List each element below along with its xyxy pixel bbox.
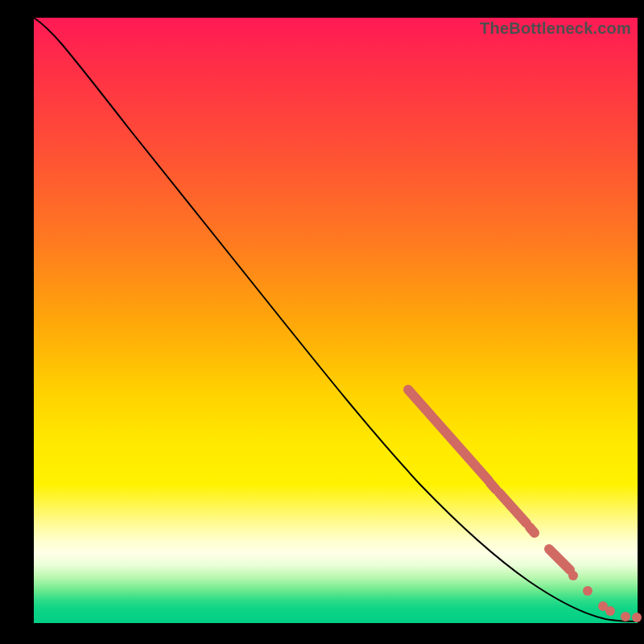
highlight-segments (408, 390, 570, 570)
highlight-dot-6 (632, 613, 642, 622)
highlight-seg-3 (499, 493, 526, 523)
bottleneck-curve (34, 18, 638, 621)
highlight-seg-2 (490, 483, 496, 489)
plot-area: TheBottleneck.com (34, 18, 638, 623)
highlight-dot-4 (605, 606, 615, 616)
curve-layer (34, 18, 638, 623)
highlight-dot-1 (568, 571, 578, 580)
chart-frame: TheBottleneck.com (0, 0, 644, 644)
highlight-dot-2 (583, 586, 592, 596)
highlight-dots (568, 571, 642, 622)
highlight-seg-5 (549, 549, 570, 570)
highlight-seg-4 (530, 527, 535, 533)
highlight-dot-5 (621, 612, 630, 621)
highlight-seg-1 (408, 390, 489, 481)
